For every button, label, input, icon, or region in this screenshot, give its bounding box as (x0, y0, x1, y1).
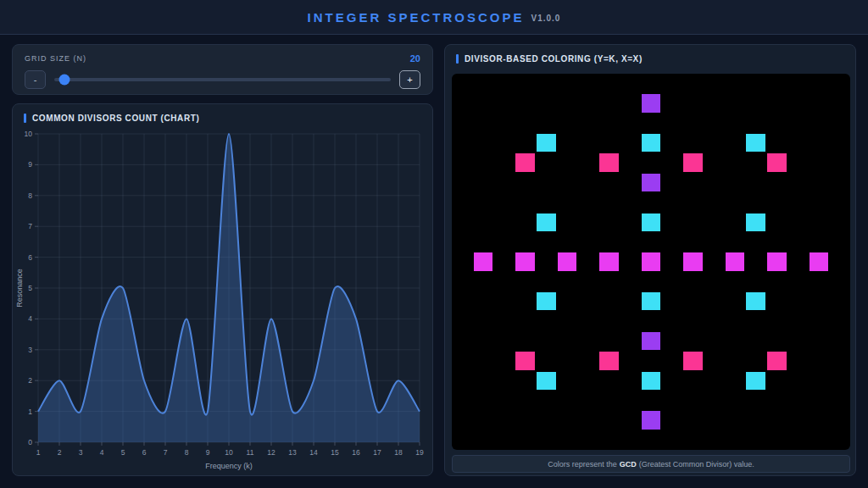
app-header: INTEGER SPECTROSCOPE V1.0.0 (0, 0, 868, 35)
divisor-coloring-panel: DIVISOR-BASED COLORING (Y=K, X=X) Colors… (444, 44, 856, 476)
x-tick-label: 2 (58, 448, 62, 457)
x-tick-label: 8 (185, 448, 189, 457)
x-tick-label: 11 (247, 448, 254, 457)
gcd-cell (642, 94, 661, 112)
gcd-cell (642, 332, 661, 350)
y-tick-label: 2 (28, 376, 32, 385)
chart-title-row: COMMON DIVISORS COUNT (CHART) (24, 114, 199, 123)
gcd-cell (683, 252, 703, 270)
gcd-cell (767, 352, 787, 369)
gcd-cell (642, 214, 661, 231)
gcd-cell (537, 292, 556, 310)
gcd-cell (537, 134, 556, 152)
grid-size-label: GRID SIZE (N) (25, 54, 86, 63)
x-tick-label: 3 (79, 448, 83, 457)
grid-size-head: GRID SIZE (N) 20 (25, 53, 420, 64)
gcd-cell (515, 153, 535, 171)
y-tick-label: 7 (28, 222, 32, 230)
y-tick-label: 4 (28, 314, 32, 323)
app-title: INTEGER SPECTROSCOPE (308, 10, 525, 25)
grid-size-slider-thumb[interactable] (58, 75, 70, 86)
grid-panel-title: DIVISOR-BASED COLORING (Y=K, X=X) (465, 54, 643, 64)
grid-size-panel: GRID SIZE (N) 20 - + (12, 44, 433, 95)
gcd-cell (642, 174, 661, 191)
grid-size-value: 20 (410, 53, 420, 64)
gcd-cell (746, 372, 765, 390)
increase-n-button[interactable]: + (399, 70, 420, 89)
x-tick-label: 14 (309, 448, 318, 457)
title-accent-bar (24, 114, 26, 123)
y-tick-label: 6 (28, 253, 32, 262)
grid-size-slider[interactable] (54, 78, 391, 81)
y-tick-label: 1 (28, 408, 32, 416)
x-tick-label: 5 (121, 448, 125, 457)
x-tick-label: 12 (267, 448, 275, 457)
x-tick-label: 18 (394, 448, 403, 457)
gcd-cell (642, 292, 661, 310)
chart-panel-title: COMMON DIVISORS COUNT (CHART) (32, 114, 199, 123)
gcd-cell (746, 214, 765, 231)
gcd-cell (474, 252, 493, 270)
legend-note-suffix: (Greatest Common Divisor) value. (639, 460, 754, 469)
divisors-chart-panel: COMMON DIVISORS COUNT (CHART) 0123456789… (12, 103, 433, 476)
x-tick-label: 6 (142, 448, 147, 457)
gcd-cell (642, 134, 661, 152)
gcd-cell (599, 252, 619, 270)
gcd-cell (642, 411, 661, 429)
grid-title-row: DIVISOR-BASED COLORING (Y=K, X=X) (456, 54, 643, 64)
app-version: V1.0.0 (531, 14, 560, 23)
gcd-cell (515, 252, 535, 270)
gcd-cell (537, 214, 556, 231)
y-tick-label: 10 (25, 130, 33, 138)
y-tick-label: 0 (28, 438, 32, 446)
gcd-cell (642, 372, 661, 390)
gcd-cell (767, 153, 787, 171)
x-tick-label: 17 (373, 448, 381, 457)
gcd-cell (599, 352, 619, 369)
x-tick-label: 13 (288, 448, 297, 457)
y-axis-title: Resonance (15, 269, 24, 308)
gcd-cell (810, 252, 829, 270)
gcd-cell (537, 372, 556, 390)
x-tick-label: 15 (331, 448, 339, 457)
gcd-cell (683, 153, 703, 171)
gcd-cell (746, 134, 765, 152)
gcd-legend-note: Colors represent the GCD (Greatest Commo… (452, 455, 850, 473)
gcd-cell (726, 252, 745, 270)
gcd-cell (767, 252, 787, 270)
legend-note-prefix: Colors represent the (548, 460, 617, 469)
gcd-cell (683, 352, 703, 369)
gcd-cell (515, 352, 535, 369)
gcd-cell (599, 153, 619, 171)
x-axis-title: Frequency (k) (205, 462, 253, 470)
legend-note-gcd: GCD (620, 460, 637, 469)
x-tick-label: 1 (36, 448, 41, 457)
x-tick-label: 16 (352, 448, 360, 457)
gcd-grid-canvas (452, 74, 850, 450)
decrease-n-button[interactable]: - (25, 70, 46, 89)
x-tick-label: 10 (225, 448, 233, 457)
gcd-cell (558, 252, 577, 270)
gcd-cell (642, 252, 661, 270)
y-tick-label: 9 (28, 160, 32, 169)
grid-size-controls: - + (25, 70, 420, 89)
x-tick-label: 7 (164, 448, 168, 457)
x-tick-label: 9 (206, 448, 210, 457)
y-tick-label: 5 (28, 284, 32, 292)
x-tick-label: 4 (100, 448, 104, 457)
x-tick-label: 19 (415, 448, 424, 457)
gcd-cell (746, 292, 765, 310)
title-accent-bar (456, 54, 459, 64)
y-tick-label: 3 (28, 346, 32, 354)
y-tick-label: 8 (28, 191, 32, 200)
divisors-area-chart: 0123456789101234567891011121314151617181… (13, 104, 434, 477)
